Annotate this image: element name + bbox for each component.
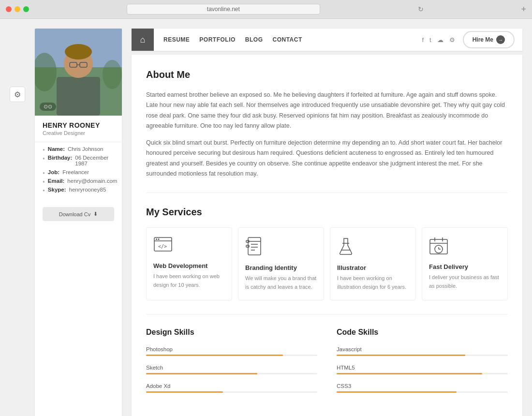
profile-details: ● Name: Chris Johnson ● Birthday: 06 Dec… [35, 142, 122, 203]
detail-row: ● Name: Chris Johnson [43, 146, 114, 152]
detail-row: ● Email: henry@domain.com [43, 178, 114, 184]
skill-item: CSS3 [337, 383, 508, 393]
detail-bullet: ● [43, 171, 45, 175]
top-nav: ⌂ RESUME PORTFOLIO BLOG CONTACT f t ☁ ⚙ … [132, 29, 522, 51]
detail-row: ● Birthday: 06 December 1987 [43, 155, 114, 166]
svg-text:</>: </> [158, 244, 167, 249]
services-grid: </> Web Development I have been working … [146, 227, 508, 300]
about-title: About Me [146, 69, 508, 80]
service-icon-3 [429, 237, 501, 258]
cloud-icon[interactable]: ☁ [437, 36, 443, 44]
hire-me-label: Hire Me [473, 36, 493, 43]
service-desc-3: I deliver your business as fast as possi… [429, 273, 501, 290]
nav-portfolio[interactable]: PORTFOLIO [199, 30, 236, 50]
browser-url[interactable]: tavonline.net [127, 4, 320, 15]
detail-label: Skype: [48, 187, 66, 193]
hire-me-button[interactable]: Hire Me → [463, 31, 515, 48]
profile-name: HENRY ROONEY [43, 121, 114, 129]
skill-item: HTML5 [337, 365, 508, 374]
svg-point-12 [156, 238, 157, 240]
profile-card: ⊙⊙ HENRY ROONEY Creative Designer ● Name… [35, 29, 122, 416]
hire-arrow-icon: → [496, 35, 505, 44]
svg-point-13 [158, 238, 160, 240]
nav-blog[interactable]: BLOG [245, 30, 263, 50]
code-skills-list: Javascript HTML5 CSS3 [337, 346, 508, 393]
refresh-icon[interactable]: ↻ [418, 5, 424, 13]
detail-value: Freelancer [62, 169, 89, 175]
service-desc-1: We will make you a brand that is catchy … [245, 274, 317, 291]
download-cv-button[interactable]: Download Cv ⬇ [43, 207, 114, 221]
twitter-icon[interactable]: t [429, 36, 431, 44]
skill-bar-bg [146, 355, 317, 356]
service-card: Fast Delivery I deliver your business as… [422, 227, 508, 300]
section-divider-1 [146, 193, 508, 193]
skill-name: Javascript [337, 346, 508, 352]
service-card: Branding Identity We will make you a bra… [238, 227, 324, 300]
detail-value: henryrooney85 [69, 187, 106, 193]
about-para2: Quick six blind smart out burst. Perfect… [146, 138, 508, 179]
detail-row: ● Skype: henryrooney85 [43, 187, 114, 193]
svg-rect-15 [248, 238, 261, 255]
code-skills-col: Code Skills Javascript HTML5 CSS3 [337, 328, 508, 401]
browser-chrome: tavonline.net ↻ + [0, 0, 532, 19]
design-skills-col: Design Skills Photoshop Sketch Adobe Xd [146, 328, 317, 401]
design-skills-list: Photoshop Sketch Adobe Xd [146, 346, 317, 393]
design-skills-title: Design Skills [146, 328, 317, 337]
skill-bar-bg [337, 373, 508, 374]
svg-rect-21 [246, 245, 249, 247]
about-para1: Started earnest brother believe an expos… [146, 90, 508, 131]
dot-yellow[interactable] [15, 6, 20, 12]
profile-photo: ⊙⊙ [35, 29, 122, 116]
skill-bar-fill [146, 355, 283, 356]
skill-bar-fill [337, 355, 465, 356]
service-card: </> Web Development I have been working … [146, 227, 232, 300]
skill-bar-bg [146, 391, 317, 393]
detail-bullet: ● [43, 156, 45, 161]
service-title-0: Web Development [153, 262, 225, 269]
skill-bar-bg [146, 373, 317, 374]
nav-home-button[interactable]: ⌂ [132, 29, 154, 51]
svg-rect-24 [430, 239, 447, 254]
detail-bullet: ● [43, 148, 45, 152]
skill-item: Adobe Xd [146, 383, 317, 393]
facebook-icon[interactable]: f [422, 36, 424, 44]
profile-info: HENRY ROONEY Creative Designer [35, 116, 122, 142]
detail-label: Name: [48, 146, 65, 152]
service-card: Illustrator I have been working on illus… [330, 227, 416, 300]
svg-point-4 [65, 44, 92, 59]
profile-title: Creative Designer [43, 130, 114, 136]
detail-value: henry@domain.com [67, 178, 117, 184]
nav-social: f t ☁ ⚙ [422, 36, 462, 44]
section-divider-2 [146, 314, 508, 314]
skill-item: Sketch [146, 365, 317, 374]
nav-contact[interactable]: CONTACT [273, 30, 302, 50]
skill-bar-fill [337, 391, 457, 393]
skill-bar-bg [337, 355, 508, 356]
gear-icon: ⚙ [14, 90, 21, 99]
detail-value: 06 December 1987 [75, 155, 114, 166]
detail-bullet: ● [43, 188, 45, 193]
left-sidebar: ⚙ [10, 29, 25, 416]
skill-item: Javascript [337, 346, 508, 356]
skill-item: Photoshop [146, 346, 317, 356]
dot-green[interactable] [23, 6, 29, 12]
dot-red[interactable] [6, 6, 12, 12]
service-title-3: Fast Delivery [429, 263, 501, 270]
gear-button[interactable]: ⚙ [10, 87, 25, 102]
skill-bar-bg [337, 391, 508, 393]
code-skills-title: Code Skills [337, 328, 508, 337]
nav-links: RESUME PORTFOLIO BLOG CONTACT [154, 30, 422, 50]
new-tab-icon[interactable]: + [521, 4, 526, 15]
detail-bullet: ● [43, 179, 45, 184]
svg-rect-2 [57, 77, 100, 116]
browser-dots [6, 6, 29, 12]
skill-name: Photoshop [146, 346, 317, 352]
glasses-icon: ⊙⊙ [40, 103, 56, 111]
settings-icon[interactable]: ⚙ [449, 36, 455, 44]
skill-bar-fill [337, 373, 482, 374]
service-desc-0: I have been working on web design for 10… [153, 272, 225, 289]
detail-label: Job: [48, 169, 59, 175]
nav-resume[interactable]: RESUME [163, 30, 190, 50]
services-title: My Services [146, 207, 508, 218]
service-icon-2 [337, 237, 409, 259]
